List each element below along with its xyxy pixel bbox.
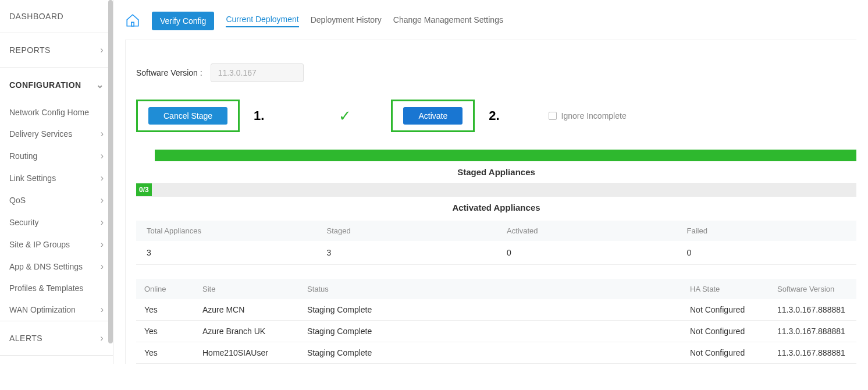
td-hastate: Not Configured — [682, 299, 769, 320]
step-1-label: 1. — [254, 108, 264, 123]
check-icon: ✓ — [339, 107, 351, 125]
chevron-right-icon: › — [101, 304, 104, 315]
chevron-right-icon: › — [101, 217, 104, 228]
td-hastate: Not Configured — [682, 321, 769, 342]
summary-value-staged: 3 — [316, 241, 497, 264]
nav-dashboard-label: DASHBOARD — [9, 12, 63, 21]
nav-alerts-label: ALERTS — [9, 334, 42, 343]
nav-security[interactable]: Security › — [0, 211, 113, 233]
table-row: Yes Azure MCN Staging Complete Not Confi… — [136, 299, 856, 321]
td-online: Yes — [136, 321, 194, 342]
nav-routing[interactable]: Routing › — [0, 145, 113, 167]
nav-sub-label: Security — [9, 218, 39, 227]
nav-reports-label: REPORTS — [9, 45, 51, 55]
chevron-right-icon: › — [100, 333, 104, 343]
tab-deployment-history[interactable]: Deployment History — [311, 15, 382, 27]
chevron-right-icon: › — [101, 173, 104, 183]
summary-table: Total Appliances 3 Staged 3 Activated 0 … — [136, 221, 856, 265]
table-header-row: Online Site Status HA State Software Ver… — [136, 279, 856, 299]
nav-sub-label: Link Settings — [9, 173, 56, 183]
td-status: Staging Complete — [299, 321, 682, 342]
nav-network-config-home[interactable]: Network Config Home — [0, 102, 113, 123]
th-online: Online — [136, 279, 194, 299]
chevron-right-icon: › — [100, 45, 104, 55]
nav-sub-label: WAN Optimization — [9, 305, 76, 314]
nav-app-dns-settings[interactable]: App & DNS Settings › — [0, 256, 113, 278]
summary-header-failed: Failed — [677, 221, 857, 241]
nav-reports[interactable]: REPORTS › — [0, 33, 113, 67]
chevron-right-icon: › — [101, 239, 104, 250]
nav-sub-label: Delivery Services — [9, 129, 72, 139]
ignore-incomplete-wrap[interactable]: Ignore Incomplete — [549, 111, 627, 120]
nav-configuration-label: CONFIGURATION — [9, 80, 81, 90]
svg-rect-0 — [131, 22, 134, 26]
chevron-down-icon: ⌄ — [96, 79, 104, 90]
chevron-right-icon: › — [101, 129, 104, 139]
table-row: Yes Home210SIAUser Staging Complete Not … — [136, 342, 856, 364]
td-online: Yes — [136, 342, 194, 363]
summary-value-activated: 0 — [496, 241, 677, 264]
nav-sub-label: Network Config Home — [9, 108, 89, 117]
action-row: Cancel Stage 1. ✓ Activate 2. Ignore Inc… — [136, 100, 856, 132]
activate-button[interactable]: Activate — [403, 107, 463, 125]
nav-sub-label: Routing — [9, 151, 37, 161]
sidebar-scrollbar[interactable] — [108, 0, 113, 343]
td-online: Yes — [136, 299, 194, 320]
tab-bar: Verify Config Current Deployment Deploym… — [125, 0, 856, 40]
td-site: Home210SIAUser — [194, 342, 299, 363]
cancel-stage-button[interactable]: Cancel Stage — [148, 107, 227, 125]
nav-delivery-services[interactable]: Delivery Services › — [0, 123, 113, 145]
td-swv: 11.3.0.167.888881 — [769, 321, 856, 342]
table-row: Yes Azure Branch UK Staging Complete Not… — [136, 321, 856, 342]
chevron-right-icon: › — [101, 151, 104, 161]
th-status: Status — [299, 279, 682, 299]
nav-dashboard[interactable]: DASHBOARD — [0, 0, 113, 33]
software-version-input — [211, 63, 304, 82]
td-hastate: Not Configured — [682, 342, 769, 363]
summary-value-total: 3 — [136, 241, 316, 264]
summary-header-activated: Activated — [496, 221, 677, 241]
staged-progress-bar — [155, 150, 856, 161]
software-version-row: Software Version : — [136, 63, 856, 82]
nav-qos[interactable]: QoS › — [0, 189, 113, 211]
cancel-stage-highlight: Cancel Stage — [136, 100, 240, 132]
tab-change-management-settings[interactable]: Change Management Settings — [393, 15, 503, 27]
main-content: Verify Config Current Deployment Deploym… — [113, 0, 868, 364]
software-version-label: Software Version : — [136, 68, 202, 77]
nav-link-settings[interactable]: Link Settings › — [0, 167, 113, 189]
td-site: Azure Branch UK — [194, 321, 299, 342]
th-hastate: HA State — [682, 279, 769, 299]
summary-value-failed: 0 — [677, 241, 857, 264]
chevron-right-icon: › — [101, 195, 104, 205]
activate-highlight: Activate — [391, 100, 475, 132]
appliances-table: Online Site Status HA State Software Ver… — [136, 279, 856, 364]
nav-configuration[interactable]: CONFIGURATION ⌄ — [0, 68, 113, 102]
activated-appliances-header: Activated Appliances — [136, 197, 856, 218]
nav-sub-label: QoS — [9, 196, 26, 205]
th-swv: Software Version — [769, 279, 856, 299]
chevron-right-icon: › — [101, 261, 104, 272]
sidebar: DASHBOARD REPORTS › CONFIGURATION ⌄ Netw… — [0, 0, 113, 364]
ignore-incomplete-label: Ignore Incomplete — [561, 111, 627, 120]
summary-header-total: Total Appliances — [136, 221, 316, 241]
verify-config-button[interactable]: Verify Config — [152, 12, 214, 30]
td-swv: 11.3.0.167.888881 — [769, 299, 856, 320]
activated-progress-bar: 0/3 — [136, 183, 856, 197]
step-2-label: 2. — [489, 108, 499, 123]
activated-progress-badge: 0/3 — [136, 183, 152, 196]
td-status: Staging Complete — [299, 342, 682, 363]
ignore-incomplete-checkbox[interactable] — [549, 112, 557, 120]
nav-profiles-templates[interactable]: Profiles & Templates — [0, 278, 113, 299]
td-swv: 11.3.0.167.888881 — [769, 342, 856, 363]
summary-header-staged: Staged — [316, 221, 497, 241]
nav-sub-label: Profiles & Templates — [9, 283, 83, 293]
th-site: Site — [194, 279, 299, 299]
nav-wan-optimization[interactable]: WAN Optimization › — [0, 299, 113, 321]
nav-sub-label: Site & IP Groups — [9, 240, 70, 249]
nav-site-ip-groups[interactable]: Site & IP Groups › — [0, 233, 113, 256]
tab-current-deployment[interactable]: Current Deployment — [226, 15, 298, 27]
nav-sub-label: App & DNS Settings — [9, 262, 83, 271]
td-site: Azure MCN — [194, 299, 299, 320]
nav-alerts[interactable]: ALERTS › — [0, 321, 113, 355]
home-icon[interactable] — [125, 13, 140, 30]
